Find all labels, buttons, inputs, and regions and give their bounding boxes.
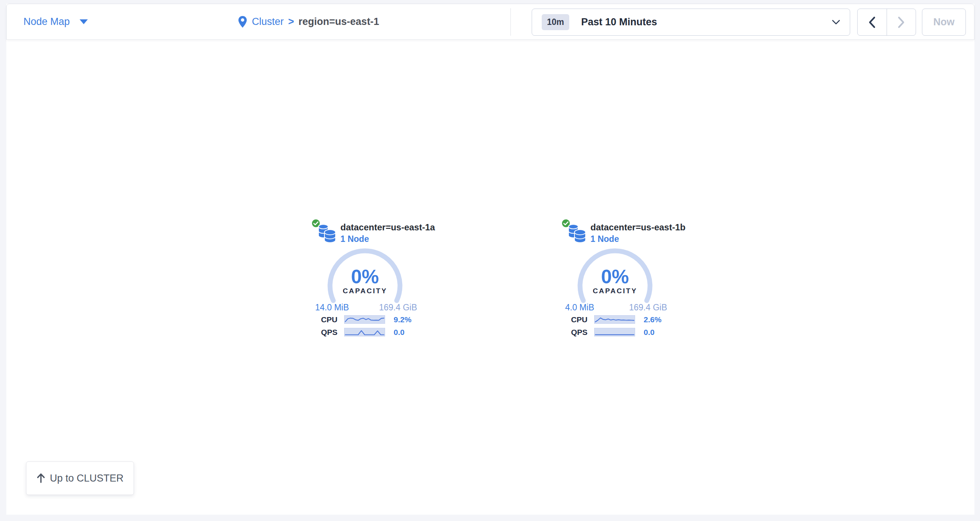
cpu-sparkline [594,315,635,324]
caret-down-icon [80,19,88,24]
toolbar-divider [511,8,511,36]
capacity-percent: 0% [552,265,678,288]
datacenter-title: datacenter=us-east-1b [590,222,685,233]
datacenter-title: datacenter=us-east-1a [340,222,435,233]
qps-metric-row: QPS 0.0 [302,328,428,336]
capacity-label: CAPACITY [552,287,678,295]
breadcrumb: Cluster > region=us-east-1 [238,4,379,40]
qps-label: QPS [302,328,337,337]
time-prev-button[interactable] [858,9,887,35]
breadcrumb-current: region=us-east-1 [298,16,379,27]
chevron-right-icon [897,16,905,28]
capacity-total: 169.4 GiB [629,303,667,312]
view-selector-label: Node Map [24,16,70,27]
time-range-badge: 10m [542,14,569,30]
metric-rows: CPU 9.2% QPS 0.0 [302,315,428,336]
cpu-sparkline [344,315,385,324]
cpu-label: CPU [552,315,587,324]
qps-sparkline [594,328,635,336]
toolbar: Node Map Cluster > region=us-east-1 10m … [6,4,974,40]
chevron-down-icon [832,20,840,25]
time-nav-group [857,8,916,36]
time-next-button[interactable] [887,9,916,35]
qps-value: 0.0 [644,328,654,337]
qps-label: QPS [552,328,587,337]
capacity-percent: 0% [302,265,428,288]
now-button[interactable]: Now [922,8,966,36]
breadcrumb-separator: > [288,16,294,27]
map-pin-icon [238,16,247,28]
view-selector-dropdown[interactable]: Node Map [24,4,88,40]
up-to-cluster-button[interactable]: Up to CLUSTER [26,462,134,495]
datacenter-card[interactable]: datacenter=us-east-1b 1 Node 0% CAPACITY… [552,218,678,343]
cpu-value: 2.6% [644,315,662,324]
metric-rows: CPU 2.6% QPS 0.0 [552,315,678,336]
arrow-up-icon [37,473,45,483]
qps-metric-row: QPS 0.0 [552,328,678,336]
cpu-metric-row: CPU 2.6% [552,315,678,324]
cpu-metric-row: CPU 9.2% [302,315,428,324]
qps-value: 0.0 [394,328,404,337]
cpu-label: CPU [302,315,337,324]
time-range-dropdown[interactable]: 10m Past 10 Minutes [532,8,850,36]
time-range-label: Past 10 Minutes [581,16,657,28]
breadcrumb-cluster-link[interactable]: Cluster [252,16,284,27]
datacenter-card[interactable]: datacenter=us-east-1a 1 Node 0% CAPACITY… [302,218,428,343]
capacity-values-row: 14.0 MiB 169.4 GiB [315,303,417,312]
capacity-total: 169.4 GiB [379,303,417,312]
up-to-cluster-label: Up to CLUSTER [50,473,124,484]
capacity-label: CAPACITY [302,287,428,295]
capacity-used: 4.0 MiB [565,303,594,312]
chevron-left-icon [869,16,876,28]
node-map-canvas [6,4,974,515]
qps-sparkline [344,328,385,336]
cpu-value: 9.2% [394,315,412,324]
capacity-values-row: 4.0 MiB 169.4 GiB [565,303,667,312]
capacity-used: 14.0 MiB [315,303,349,312]
